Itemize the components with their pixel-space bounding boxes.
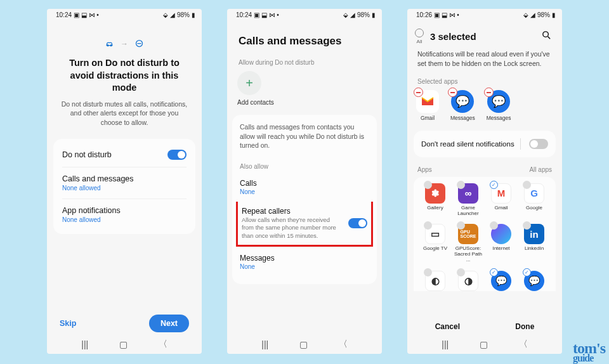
messages-sub: None <box>240 263 275 270</box>
status-icons-left: ▣ ⬓ ⋈ • <box>434 11 459 18</box>
nav-home[interactable]: ▢ <box>480 339 488 349</box>
status-wifi-icon: ⬙ ◢ <box>343 11 355 18</box>
android-navbar: ||| ▢ 〈 <box>47 339 202 350</box>
app-checkbox[interactable] <box>424 268 432 276</box>
silent-label: Don't read silent notifications <box>421 140 514 148</box>
app-checkbox[interactable] <box>490 268 498 276</box>
app-label: Gallery <box>427 205 443 211</box>
status-wifi-icon: ⬙ ◢ <box>523 11 535 18</box>
search-icon[interactable] <box>541 30 552 43</box>
calls-messages-row[interactable]: Calls and messages None allowed <box>62 167 187 198</box>
selected-app-messages-1[interactable]: 💬 Messages <box>450 90 475 121</box>
app-checkbox[interactable] <box>457 181 465 189</box>
app-partial-2[interactable]: ◑ <box>453 268 483 291</box>
allow-section-label: Allow during Do not disturb <box>227 59 382 71</box>
app-label: Gmail <box>495 205 508 211</box>
nav-home[interactable]: ▢ <box>119 339 128 349</box>
dnd-icon <box>134 39 144 48</box>
battery-icon: ▮ <box>552 11 556 18</box>
app-internet[interactable]: Internet <box>486 221 516 263</box>
selection-count: 3 selected <box>430 31 541 42</box>
calls-label: Calls and messages <box>62 174 134 183</box>
app-game-launcher[interactable]: ∞ Game Launcher <box>453 181 483 217</box>
add-contacts-label: Add contacts <box>227 95 382 115</box>
silent-toggle[interactable] <box>529 139 548 149</box>
mode-icons: → <box>47 39 202 48</box>
app-checkbox[interactable] <box>457 268 465 276</box>
app-checkbox[interactable] <box>523 181 531 189</box>
screen-dnd-setup: 10:24 ▣ ⬓ ⋈ • ⬙ ◢ 98% ▮ → Turn on Do not… <box>47 9 202 354</box>
calls-row[interactable]: Calls None <box>240 172 369 202</box>
app-linkedin[interactable]: in LinkedIn <box>519 221 549 263</box>
app-partial-4[interactable]: 💬 <box>519 268 549 291</box>
also-allow-label: Also allow <box>240 163 369 170</box>
selected-apps-row: Gmail 💬 Messages 💬 Messages <box>407 88 562 127</box>
status-bar: 10:24 ▣ ⬓ ⋈ • ⬙ ◢ 98% ▮ <box>227 9 382 20</box>
nav-recents[interactable]: ||| <box>261 339 268 349</box>
status-time: 10:24 <box>236 11 252 18</box>
select-all-checkbox[interactable] <box>415 29 424 37</box>
repeat-callers-row[interactable]: Repeat callers Allow calls when they're … <box>236 202 373 247</box>
screen-app-select: 10:26 ▣ ⬓ ⋈ • ⬙ ◢ 98% ▮ All 3 selected N… <box>407 9 562 354</box>
status-battery: 98% <box>537 11 550 18</box>
app-checkbox[interactable] <box>490 181 498 189</box>
app-gmail[interactable]: M Gmail <box>486 181 516 217</box>
car-icon <box>105 39 114 48</box>
calls-title: Calls <box>240 179 257 188</box>
dnd-toggle[interactable] <box>167 150 187 160</box>
read-aloud-note: Notifications will be read aloud even if… <box>407 49 562 74</box>
app-partial-1[interactable]: ◐ <box>420 268 450 291</box>
add-contacts-button[interactable]: + <box>237 71 261 95</box>
messages-row[interactable]: Messages None <box>240 247 369 276</box>
app-label: Messages <box>487 115 511 121</box>
nav-back[interactable]: 〈 <box>339 339 348 350</box>
selected-app-gmail[interactable]: Gmail <box>416 90 439 121</box>
calls-sub: None allowed <box>62 185 101 192</box>
silent-notifications-row[interactable]: Don't read silent notifications <box>414 131 556 157</box>
app-gpuscore[interactable]: GPUSCORE GPUScore: Sacred Path ... <box>453 221 483 263</box>
app-label: Gmail <box>421 115 435 121</box>
allow-card: Calls and messages from contacts you all… <box>232 115 377 284</box>
next-button[interactable]: Next <box>149 315 189 332</box>
battery-icon: ▮ <box>372 11 376 18</box>
battery-icon: ▮ <box>192 11 195 18</box>
app-checkbox[interactable] <box>523 268 531 276</box>
status-time: 10:26 <box>416 11 432 18</box>
svg-line-5 <box>548 37 551 39</box>
apps-label: App notifications <box>62 206 121 215</box>
repeat-title: Repeat callers <box>242 207 340 216</box>
tab-all-apps[interactable]: All apps <box>529 166 552 173</box>
skip-button[interactable]: Skip <box>60 319 76 328</box>
selected-app-messages-2[interactable]: 💬 Messages <box>487 90 511 121</box>
nav-back[interactable]: 〈 <box>519 339 528 350</box>
apps-sub: None allowed <box>62 216 101 223</box>
nav-home[interactable]: ▢ <box>299 339 308 349</box>
dnd-toggle-row[interactable]: Do not disturb <box>62 143 187 167</box>
app-google-tv[interactable]: ▭ Google TV <box>420 221 450 263</box>
done-button[interactable]: Done <box>515 322 534 331</box>
status-icons-left: ▣ ⬓ ⋈ • <box>254 11 279 18</box>
nav-recents[interactable]: ||| <box>81 339 88 349</box>
app-notifications-row[interactable]: App notifications None allowed <box>62 198 187 230</box>
app-label: Game Launcher <box>453 205 483 217</box>
app-gallery[interactable]: ✽ Gallery <box>420 181 450 217</box>
app-label: Google TV <box>423 246 447 252</box>
app-partial-3[interactable]: 💬 <box>486 268 516 291</box>
select-all[interactable]: All <box>415 29 424 44</box>
app-label: Google <box>526 205 542 211</box>
calls-sub: None <box>240 188 257 195</box>
page-subtitle: Do not disturb mutes all calls, notifica… <box>47 94 202 139</box>
status-bar: 10:26 ▣ ⬓ ⋈ • ⬙ ◢ 98% ▮ <box>407 9 562 20</box>
status-battery: 98% <box>357 11 370 18</box>
tab-apps[interactable]: Apps <box>417 166 432 173</box>
app-checkbox[interactable] <box>424 181 432 189</box>
nav-back[interactable]: 〈 <box>159 339 167 350</box>
repeat-toggle[interactable] <box>348 218 367 228</box>
android-navbar: ||| ▢ 〈 <box>227 339 382 350</box>
nav-recents[interactable]: ||| <box>442 339 449 349</box>
app-google[interactable]: G Google <box>519 181 549 217</box>
cancel-button[interactable]: Cancel <box>435 322 460 331</box>
screen-calls-messages: 10:24 ▣ ⬓ ⋈ • ⬙ ◢ 98% ▮ Calls and messag… <box>227 9 382 354</box>
svg-point-4 <box>543 32 549 37</box>
status-bar: 10:24 ▣ ⬓ ⋈ • ⬙ ◢ 98% ▮ <box>47 9 202 20</box>
